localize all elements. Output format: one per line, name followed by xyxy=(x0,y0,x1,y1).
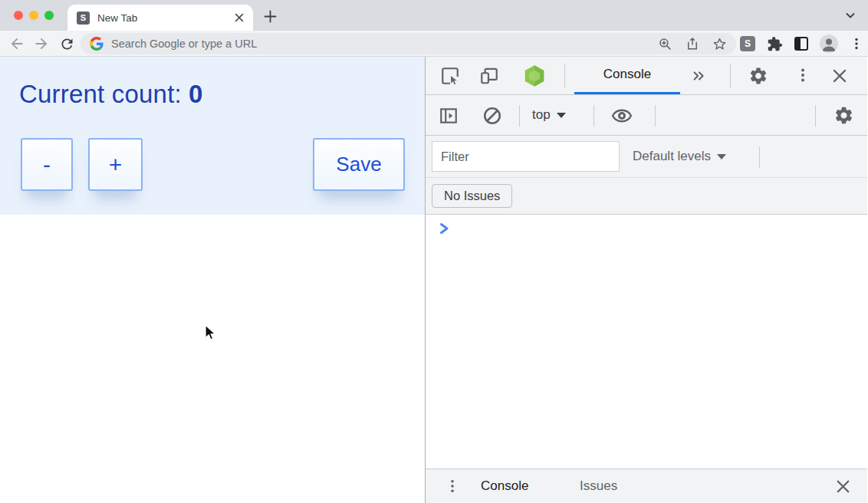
count-value: 0 xyxy=(189,80,203,108)
page-title: Current count:0 xyxy=(19,80,202,109)
separator xyxy=(759,146,760,168)
separator xyxy=(730,64,731,88)
filter-input[interactable] xyxy=(432,141,620,172)
tab-close-icon[interactable] xyxy=(235,13,244,22)
node-icon xyxy=(522,64,547,88)
google-icon xyxy=(90,37,104,51)
separator xyxy=(815,105,816,127)
devtools-topbar: Console xyxy=(426,57,867,95)
live-expression-eye-icon[interactable] xyxy=(611,105,633,127)
decrement-button[interactable]: - xyxy=(21,138,73,191)
forward-icon[interactable] xyxy=(32,35,51,53)
mouse-cursor xyxy=(204,324,218,345)
extensions-puzzle-icon[interactable] xyxy=(767,36,783,52)
console-messages-area[interactable] xyxy=(426,215,867,468)
console-toolbar: top xyxy=(426,95,867,136)
separator xyxy=(519,105,520,127)
browser-menu-dots-icon[interactable] xyxy=(850,37,863,51)
tab-console[interactable]: Console xyxy=(574,57,680,94)
devtools-panel: Console xyxy=(426,57,867,503)
device-toolbar-icon[interactable] xyxy=(479,66,499,86)
console-settings-gear-icon[interactable] xyxy=(833,105,854,126)
dropdown-arrow-icon xyxy=(717,154,726,159)
new-tab-button[interactable] xyxy=(261,8,278,25)
bookmark-star-icon[interactable] xyxy=(712,37,727,51)
address-input[interactable] xyxy=(111,38,658,50)
page-viewport: Current count:0 - + Save xyxy=(0,57,426,503)
separator xyxy=(655,105,656,127)
window-controls xyxy=(14,11,54,20)
devtools-drawer: Console Issues xyxy=(426,468,867,503)
browser-window: S New Tab xyxy=(0,0,868,503)
zoom-icon[interactable] xyxy=(658,37,672,51)
devtools-settings-gear-icon[interactable] xyxy=(748,66,768,86)
devtools-close-icon[interactable] xyxy=(830,67,849,85)
extension-badge-icon[interactable]: S xyxy=(740,36,755,51)
tab-console-label: Console xyxy=(603,67,651,82)
dropdown-arrow-icon xyxy=(557,113,566,118)
browser-toolbar: S xyxy=(0,31,868,57)
browser-tab[interactable]: S New Tab xyxy=(67,5,253,31)
separator xyxy=(564,64,565,88)
counter-hero-section: Current count:0 - + Save xyxy=(0,57,425,215)
increment-button[interactable]: + xyxy=(88,138,143,191)
close-window-button[interactable] xyxy=(14,11,23,20)
share-icon[interactable] xyxy=(686,37,699,51)
context-selector[interactable]: top xyxy=(532,95,566,135)
more-tabs-icon[interactable] xyxy=(691,67,708,84)
tab-strip: S New Tab xyxy=(0,0,868,31)
separator xyxy=(593,105,594,127)
zoom-window-button[interactable] xyxy=(44,11,54,20)
count-label: Current count: xyxy=(19,80,182,108)
context-selector-label: top xyxy=(532,107,551,123)
drawer-close-icon[interactable] xyxy=(834,478,852,495)
reload-icon[interactable] xyxy=(58,35,76,53)
console-prompt-icon xyxy=(439,222,449,235)
minimize-window-button[interactable] xyxy=(29,11,38,20)
default-levels-label: Default levels xyxy=(633,149,711,164)
side-panel-icon[interactable] xyxy=(794,37,808,51)
tab-title: New Tab xyxy=(97,12,235,24)
no-issues-label: No Issues xyxy=(444,189,500,203)
default-levels-dropdown[interactable]: Default levels xyxy=(633,136,726,177)
profile-avatar-icon[interactable] xyxy=(820,35,838,53)
back-icon[interactable] xyxy=(8,35,26,53)
address-bar[interactable] xyxy=(81,33,736,54)
inspect-element-icon[interactable] xyxy=(440,66,460,86)
console-filter-bar: Default levels xyxy=(426,136,867,178)
drawer-menu-dots-icon[interactable] xyxy=(445,478,460,494)
drawer-tab-issues[interactable]: Issues xyxy=(580,469,617,503)
issues-bar: No Issues xyxy=(426,178,867,215)
console-sidebar-icon[interactable] xyxy=(439,106,459,126)
no-issues-button[interactable]: No Issues xyxy=(432,184,512,208)
devtools-menu-dots-icon[interactable] xyxy=(794,67,811,84)
tab-search-chevron-icon[interactable] xyxy=(843,8,857,22)
drawer-tab-console[interactable]: Console xyxy=(481,469,528,503)
save-button[interactable]: Save xyxy=(313,138,405,191)
clear-console-icon[interactable] xyxy=(482,106,502,126)
tab-favicon: S xyxy=(77,12,90,25)
toolbar-extensions-area: S xyxy=(740,33,863,54)
